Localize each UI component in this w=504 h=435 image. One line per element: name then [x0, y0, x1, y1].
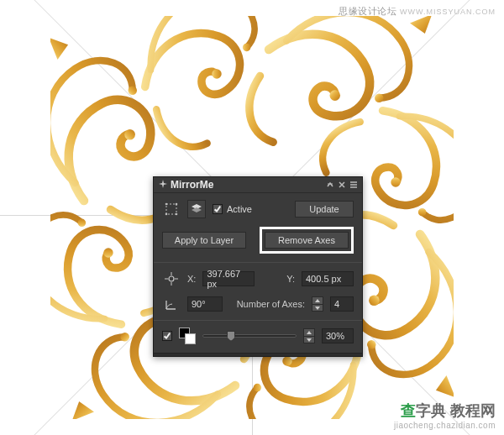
panel-collapse-button[interactable]	[325, 180, 335, 190]
svg-marker-17	[307, 331, 312, 334]
stepper-up-icon[interactable]	[303, 328, 315, 336]
num-axes-label: Number of Axes:	[237, 299, 305, 309]
watermark-bottom-sub: jiaocheng.chazidian.com	[394, 421, 496, 430]
watermark-brand-2: 字典	[416, 402, 446, 419]
panel-title: MirrorMe	[171, 179, 213, 191]
watermark-top: 思缘设计论坛 WWW.MISSYUAN.COM	[339, 5, 496, 18]
swatch-icon[interactable]	[179, 328, 196, 344]
panel-decor-icon	[159, 179, 167, 191]
opacity-stepper[interactable]	[303, 328, 315, 343]
y-input[interactable]: 400.5 px	[302, 271, 354, 286]
svg-marker-9	[192, 207, 202, 212]
angle-input[interactable]: 90°	[187, 296, 223, 312]
panel-footer	[154, 353, 362, 356]
num-axes-stepper[interactable]	[312, 296, 323, 312]
x-input[interactable]: 397.667 px	[202, 271, 255, 286]
opacity-checkbox[interactable]	[162, 331, 172, 341]
stepper-up-icon[interactable]	[312, 296, 323, 304]
svg-marker-18	[307, 338, 312, 342]
mirrorme-panel: MirrorMe Active	[153, 176, 363, 357]
update-button[interactable]: Update	[295, 201, 354, 218]
x-label: X:	[187, 274, 196, 284]
panel-header: MirrorMe	[154, 177, 362, 193]
watermark-bottom: 查字典 教程网 jiaocheng.chazidian.com	[394, 401, 496, 430]
active-checkbox[interactable]	[213, 204, 223, 214]
opacity-input[interactable]: 30%	[322, 328, 354, 343]
position-icon	[162, 270, 181, 288]
watermark-brand-3: 教程网	[446, 402, 496, 419]
divider	[154, 320, 362, 321]
svg-marker-16	[315, 307, 320, 310]
remove-axes-highlight: Remove Axes	[260, 227, 354, 254]
remove-axes-button[interactable]: Remove Axes	[265, 232, 349, 249]
svg-point-10	[169, 276, 174, 281]
svg-point-7	[176, 213, 178, 216]
selection-tool-icon[interactable]	[162, 200, 181, 218]
layers-icon[interactable]	[187, 200, 206, 218]
svg-point-4	[165, 203, 168, 206]
opacity-slider[interactable]	[202, 334, 297, 338]
apply-to-layer-button[interactable]: Apply to Layer	[162, 232, 246, 249]
svg-rect-3	[166, 204, 176, 214]
stepper-down-icon[interactable]	[303, 336, 315, 343]
watermark-top-main: 思缘设计论坛	[339, 6, 396, 16]
panel-close-button[interactable]	[337, 180, 347, 190]
num-axes-input[interactable]: 4	[330, 296, 354, 312]
svg-point-6	[165, 213, 168, 216]
slider-thumb-icon[interactable]	[227, 331, 235, 341]
svg-point-5	[176, 203, 178, 206]
watermark-brand-1: 查	[401, 402, 416, 419]
panel-menu-button[interactable]	[349, 180, 359, 190]
active-label[interactable]: Active	[227, 204, 252, 214]
stepper-down-icon[interactable]	[312, 304, 323, 312]
svg-marker-2	[159, 180, 167, 188]
divider	[154, 262, 362, 263]
y-label: Y:	[286, 274, 295, 284]
angle-icon	[162, 295, 181, 313]
svg-marker-15	[315, 299, 320, 302]
watermark-top-sub: WWW.MISSYUAN.COM	[400, 8, 496, 16]
